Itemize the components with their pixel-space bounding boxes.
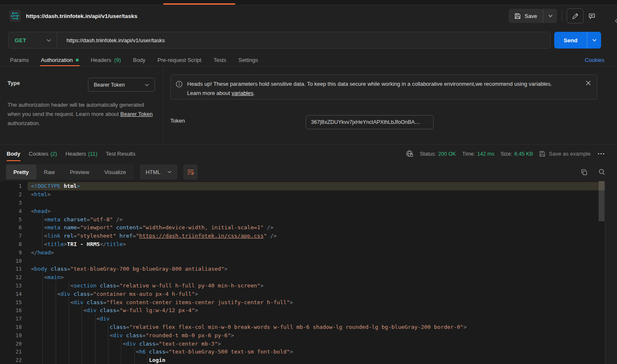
line-number: 7	[0, 233, 22, 239]
code-line: 15<div class="flex content-center items-…	[0, 298, 605, 306]
response-tab-body[interactable]: Body	[7, 145, 21, 163]
line-number: 5	[0, 216, 22, 223]
token-input[interactable]: 367|BxZDUYkvv7jxHeYnctAPXthLbJfoOnBA…	[306, 115, 434, 129]
search-icon[interactable]	[599, 169, 605, 175]
send-button[interactable]: Send	[554, 32, 587, 49]
scrollbar-track[interactable]	[599, 181, 604, 364]
response-tab-cookies[interactable]: Cookies(2)	[29, 145, 57, 163]
line-number: 8	[0, 241, 22, 247]
tab-settings[interactable]: Settings	[238, 54, 258, 66]
auth-type-select[interactable]: Bearer Token	[88, 78, 155, 92]
line-content: Login	[31, 356, 165, 364]
line-number: 11	[0, 266, 22, 272]
chevron-down-icon	[548, 15, 553, 17]
tab-label: Params	[10, 57, 29, 63]
method-url-container: GET https://dash.triinfotek.in/api/v1/us…	[8, 32, 551, 49]
auth-configured-dot	[76, 59, 79, 62]
request-header: HTTP https://dash.triinfotek.in/api/v1/u…	[0, 5, 617, 26]
code-line: 16<div class="w-full lg:w-4/12 px-4">	[0, 306, 605, 315]
mode-pretty[interactable]: Pretty	[6, 164, 36, 179]
pencil-icon	[572, 13, 578, 19]
code-line: 1<!DOCTYPE html>	[0, 182, 605, 190]
response-tab-test-results[interactable]: Test Results	[106, 145, 136, 163]
code-line: 6<meta name="viewport" content="width=de…	[0, 223, 605, 232]
tab-count-badge: (2)	[50, 151, 57, 157]
time-indicator: Time:142 ms	[462, 151, 494, 157]
code-line: 7<link rel="stylesheet" href="https://da…	[0, 232, 605, 240]
response-tab-headers[interactable]: Headers(11)	[65, 145, 97, 163]
auth-fields-column: Heads up! These parameters hold sensitiv…	[164, 67, 617, 144]
line-number: 9	[0, 249, 22, 256]
code-line: 13<section class="relative w-full h-full…	[0, 282, 605, 290]
request-tabs: ParamsAuthorizationHeaders(9)BodyPre-req…	[10, 54, 258, 66]
globe-lock-icon[interactable]	[406, 150, 414, 158]
tab-label: Settings	[238, 57, 258, 63]
auth-type-column: Type Bearer Token The authorization head…	[0, 67, 163, 144]
method-select[interactable]: GET	[9, 37, 57, 44]
tab-count-badge: (11)	[88, 151, 98, 157]
comment-icon	[589, 13, 595, 19]
code-line: 14<div class="container mx-auto px-4 h-f…	[0, 290, 605, 298]
tab-authorization[interactable]: Authorization	[41, 54, 79, 66]
http-method-icon: HTTP	[9, 10, 21, 22]
auth-description: The authorization header will be automat…	[8, 100, 155, 128]
header-divider	[562, 10, 562, 21]
tab-headers[interactable]: Headers(9)	[91, 54, 121, 66]
request-title: https://dash.triinfotek.in/api/v1/user/t…	[26, 13, 137, 19]
copy-icon[interactable]	[581, 169, 587, 175]
cookies-link[interactable]: Cookies	[585, 57, 604, 63]
code-line: 21<h6 class="text-blueGray-500 text-sm f…	[0, 348, 605, 356]
line-number: 2	[0, 191, 22, 197]
tab-count-badge: (9)	[114, 57, 121, 63]
edit-button[interactable]	[567, 8, 584, 23]
size-value: 6.45 KB	[514, 151, 533, 157]
close-icon[interactable]	[586, 80, 591, 86]
tab-params[interactable]: Params	[10, 54, 29, 66]
line-number: 16	[0, 307, 22, 313]
save-as-example-button[interactable]: Save as example	[539, 151, 591, 157]
line-content: <section class="relative w-full h-full p…	[31, 282, 264, 290]
comment-button[interactable]	[584, 8, 600, 23]
mode-visualize[interactable]: Visualize	[97, 164, 134, 179]
code-line: 17<div	[0, 315, 605, 323]
response-body-code: 1<!DOCTYPE html>2<html>34<head>5<meta ch…	[0, 181, 605, 364]
save-options-caret[interactable]	[543, 9, 557, 23]
code-line: 20<div class="text-center mb-3">	[0, 339, 605, 348]
line-content: <!DOCTYPE html>	[31, 182, 80, 190]
code-line: 3	[0, 199, 605, 207]
url-input[interactable]: https://dash.triinfotek.in/api/v1/user/t…	[57, 37, 165, 44]
save-icon	[514, 13, 521, 19]
tab-body[interactable]: Body	[133, 54, 146, 66]
wrap-text-button[interactable]	[183, 164, 198, 179]
code-line: 9</head>	[0, 248, 605, 256]
token-label: Token	[170, 118, 185, 124]
chevron-down-icon	[167, 171, 172, 173]
send-button-group: Send	[554, 32, 601, 49]
save-button-group: Save	[509, 9, 557, 23]
save-button[interactable]: Save	[509, 9, 543, 23]
variables-link[interactable]: variables	[231, 90, 253, 96]
scrollbar-thumb[interactable]	[599, 181, 604, 221]
collapse-panel-icon[interactable]	[614, 18, 617, 24]
line-content: <div class="rounded-t mb-0 px-6 py-6">	[31, 331, 234, 339]
code-line: 19<div class="rounded-t mb-0 px-6 py-6">	[0, 331, 605, 339]
more-options-icon[interactable]	[597, 151, 605, 156]
tab-label: Tests	[213, 57, 226, 63]
status-indicator: Status:200 OK	[420, 151, 456, 157]
code-line: 8<title>TRI - HRMS</title>	[0, 240, 605, 249]
tab-tests[interactable]: Tests	[213, 54, 226, 66]
mode-preview[interactable]: Preview	[62, 164, 97, 179]
bearer-token-link[interactable]: Bearer Token	[121, 111, 153, 117]
language-select[interactable]: HTML	[140, 164, 177, 179]
save-button-label: Save	[524, 13, 537, 19]
line-content: <div class="flex content-center items-ce…	[31, 298, 293, 306]
send-options-caret[interactable]	[587, 32, 601, 49]
mode-raw[interactable]: Raw	[36, 164, 62, 179]
code-line: 10	[0, 256, 605, 265]
line-content: class="relative flex flex-col min-w-0 br…	[31, 323, 467, 331]
tab-label: Test Results	[106, 151, 136, 157]
tab-pre-request-script[interactable]: Pre-request Script	[157, 54, 201, 66]
request-builder: GET https://dash.triinfotek.in/api/v1/us…	[8, 32, 601, 49]
line-number: 17	[0, 315, 22, 322]
line-content: <div class="w-full lg:w-4/12 px-4">	[31, 306, 198, 315]
